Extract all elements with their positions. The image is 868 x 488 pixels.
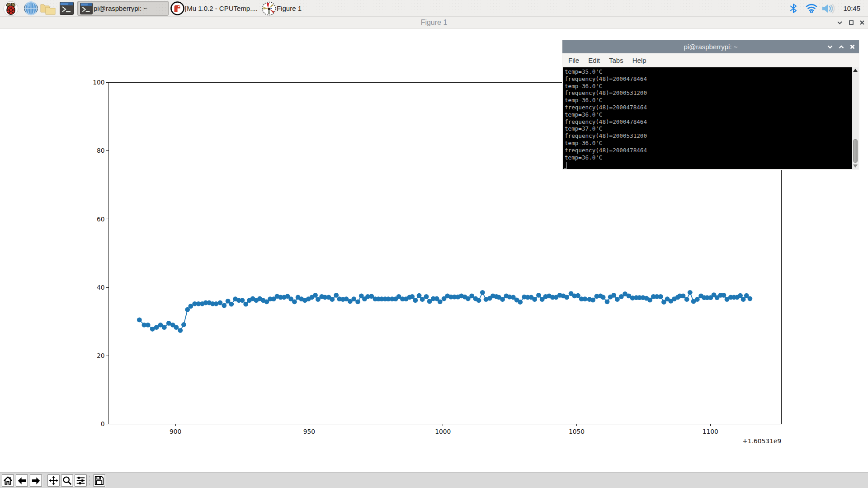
mu-icon xyxy=(170,1,184,15)
task-buttons: pi@raspberrypi: ~ [Mu 1.0.2 - CPUTemp...… xyxy=(77,1,351,16)
bluetooth-icon[interactable] xyxy=(790,4,797,13)
taskbar: pi@raspberrypi: ~ [Mu 1.0.2 - CPUTemp...… xyxy=(0,0,868,17)
menu-help[interactable]: Help xyxy=(628,55,651,66)
menu-tabs[interactable]: Tabs xyxy=(604,55,628,66)
svg-text:1100: 1100 xyxy=(703,428,718,435)
close-icon xyxy=(860,20,864,25)
chevron-up-icon xyxy=(839,45,844,49)
terminal-window[interactable]: pi@raspberrypi: ~ File Edit Tabs Help te… xyxy=(562,40,859,170)
terminal-cursor xyxy=(564,162,567,169)
volume-icon[interactable] xyxy=(822,4,835,14)
menu-file[interactable]: File xyxy=(564,55,584,66)
home-button[interactable] xyxy=(2,474,14,487)
subplots-button[interactable] xyxy=(75,474,87,487)
toolbar-separator xyxy=(90,475,90,486)
terminal-text: temp=35.0'C frequency(48)=2000478464 tem… xyxy=(565,68,647,161)
home-icon xyxy=(3,476,13,485)
zoom-button[interactable] xyxy=(61,474,73,487)
back-button[interactable] xyxy=(16,474,28,487)
wifi-icon[interactable] xyxy=(806,4,817,13)
scroll-up-icon[interactable] xyxy=(853,68,858,72)
maximize-icon xyxy=(849,20,854,25)
figure-window-titlebar[interactable]: Figure 1 xyxy=(0,17,868,29)
globe-icon xyxy=(24,1,38,15)
sliders-icon xyxy=(76,476,85,485)
svg-text:100: 100 xyxy=(93,79,104,86)
file-manager-launcher[interactable] xyxy=(40,0,56,17)
svg-text:0: 0 xyxy=(101,420,105,427)
taskbar-window-figure[interactable]: Figure 1 xyxy=(260,1,351,16)
scrollbar-thumb[interactable] xyxy=(853,139,858,163)
terminal-output[interactable]: temp=35.0'C frequency(48)=2000478464 tem… xyxy=(563,67,853,169)
system-tray: 10:45 xyxy=(790,0,868,17)
taskbar-window-label: [Mu 1.0.2 - CPUTemp.... xyxy=(185,5,258,12)
terminal-close-button[interactable] xyxy=(850,40,855,53)
terminal-scrollbar[interactable] xyxy=(852,67,859,169)
taskbar-window-mu[interactable]: [Mu 1.0.2 - CPUTemp.... xyxy=(169,1,260,16)
browser-launcher[interactable] xyxy=(23,0,39,17)
svg-text:950: 950 xyxy=(303,428,315,435)
svg-text:+1.60531e9: +1.60531e9 xyxy=(742,437,781,445)
taskbar-window-terminal[interactable]: pi@raspberrypi: ~ xyxy=(77,1,169,16)
pan-button[interactable] xyxy=(47,474,60,487)
svg-text:900: 900 xyxy=(170,428,181,435)
terminal-menubar: File Edit Tabs Help xyxy=(563,53,859,67)
terminal-launcher[interactable] xyxy=(58,0,75,17)
scroll-down-icon[interactable] xyxy=(853,164,858,168)
close-button[interactable] xyxy=(860,17,864,28)
zoom-icon xyxy=(62,476,72,485)
menu-button[interactable] xyxy=(2,0,20,17)
close-icon xyxy=(850,44,855,49)
save-icon xyxy=(94,476,104,485)
matplotlib-toolbar xyxy=(0,472,868,488)
save-button[interactable] xyxy=(93,474,105,487)
matplotlib-icon xyxy=(262,1,276,16)
terminal-maximize-button[interactable] xyxy=(839,40,844,53)
forward-arrow-icon xyxy=(31,477,41,485)
toolbar-separator xyxy=(44,475,44,486)
terminal-window-icon xyxy=(80,3,93,14)
svg-text:1000: 1000 xyxy=(435,428,451,435)
chevron-down-icon xyxy=(837,21,842,24)
svg-text:40: 40 xyxy=(97,284,105,291)
terminal-icon xyxy=(60,2,74,15)
shade-button[interactable] xyxy=(837,17,842,28)
raspberry-icon xyxy=(3,1,19,16)
maximize-button[interactable] xyxy=(849,17,854,28)
clock[interactable]: 10:45 xyxy=(843,5,860,12)
terminal-title: pi@raspberrypi: ~ xyxy=(562,40,859,53)
figure-window-title: Figure 1 xyxy=(0,17,868,28)
chevron-down-icon xyxy=(827,45,833,49)
terminal-shade-button[interactable] xyxy=(827,40,833,53)
menu-edit[interactable]: Edit xyxy=(584,55,604,66)
svg-text:80: 80 xyxy=(97,147,105,154)
pan-icon xyxy=(49,476,58,485)
taskbar-window-label: pi@raspberrypi: ~ xyxy=(94,5,147,12)
terminal-titlebar[interactable]: pi@raspberrypi: ~ xyxy=(562,40,859,53)
taskbar-window-label: Figure 1 xyxy=(277,5,302,12)
folders-icon xyxy=(40,2,56,15)
svg-text:1050: 1050 xyxy=(569,428,585,435)
back-arrow-icon xyxy=(17,477,27,485)
forward-button[interactable] xyxy=(30,474,42,487)
svg-text:60: 60 xyxy=(97,216,105,223)
svg-text:20: 20 xyxy=(97,352,105,359)
